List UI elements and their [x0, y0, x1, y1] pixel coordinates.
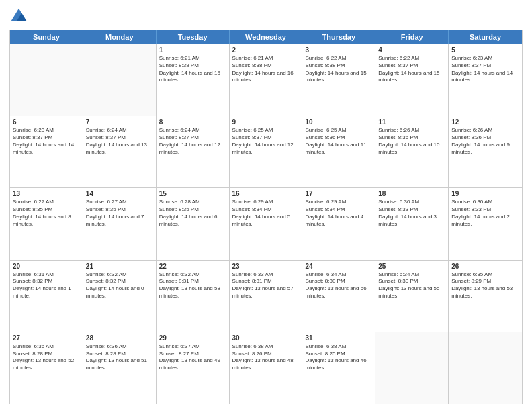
- calendar-cell: 27Sunrise: 6:36 AM Sunset: 8:28 PM Dayli…: [10, 332, 83, 404]
- page: SundayMondayTuesdayWednesdayThursdayFrid…: [0, 0, 532, 411]
- calendar-row-4: 27Sunrise: 6:36 AM Sunset: 8:28 PM Dayli…: [10, 332, 522, 404]
- cell-info: Sunrise: 6:31 AM Sunset: 8:32 PM Dayligh…: [13, 271, 80, 300]
- day-number: 8: [159, 118, 226, 126]
- cell-info: Sunrise: 6:35 AM Sunset: 8:29 PM Dayligh…: [451, 271, 519, 300]
- header-day-thursday: Thursday: [302, 30, 375, 44]
- day-number: 21: [86, 263, 153, 270]
- cell-info: Sunrise: 6:34 AM Sunset: 8:30 PM Dayligh…: [378, 271, 445, 300]
- day-number: 28: [86, 334, 153, 342]
- cell-info: Sunrise: 6:24 AM Sunset: 8:37 PM Dayligh…: [159, 127, 226, 156]
- day-number: 20: [13, 263, 80, 270]
- calendar-cell: 10Sunrise: 6:25 AM Sunset: 8:36 PM Dayli…: [302, 116, 375, 187]
- header-day-sunday: Sunday: [10, 30, 83, 44]
- day-number: 30: [232, 334, 300, 342]
- calendar-row-1: 6Sunrise: 6:23 AM Sunset: 8:37 PM Daylig…: [10, 116, 522, 187]
- day-number: 17: [305, 190, 372, 197]
- calendar: SundayMondayTuesdayWednesdayThursdayFrid…: [9, 30, 523, 404]
- calendar-cell: 30Sunrise: 6:38 AM Sunset: 8:26 PM Dayli…: [230, 332, 303, 404]
- day-number: 12: [451, 118, 519, 126]
- calendar-cell: 8Sunrise: 6:24 AM Sunset: 8:37 PM Daylig…: [157, 116, 230, 187]
- calendar-cell: 15Sunrise: 6:28 AM Sunset: 8:35 PM Dayli…: [157, 188, 230, 259]
- calendar-cell: 28Sunrise: 6:36 AM Sunset: 8:28 PM Dayli…: [83, 332, 157, 404]
- day-number: 7: [86, 118, 153, 126]
- calendar-cell: 11Sunrise: 6:26 AM Sunset: 8:36 PM Dayli…: [375, 116, 449, 187]
- cell-info: Sunrise: 6:23 AM Sunset: 8:37 PM Dayligh…: [451, 55, 519, 84]
- calendar-cell: 13Sunrise: 6:27 AM Sunset: 8:35 PM Dayli…: [10, 188, 83, 259]
- header-day-monday: Monday: [83, 30, 157, 44]
- calendar-cell: 22Sunrise: 6:32 AM Sunset: 8:31 PM Dayli…: [157, 261, 230, 332]
- day-number: 23: [232, 263, 300, 270]
- cell-info: Sunrise: 6:21 AM Sunset: 8:38 PM Dayligh…: [232, 55, 300, 84]
- cell-info: Sunrise: 6:27 AM Sunset: 8:35 PM Dayligh…: [13, 199, 80, 228]
- calendar-cell: 19Sunrise: 6:30 AM Sunset: 8:33 PM Dayli…: [449, 188, 522, 259]
- calendar-cell: 7Sunrise: 6:24 AM Sunset: 8:37 PM Daylig…: [83, 116, 157, 187]
- calendar-row-2: 13Sunrise: 6:27 AM Sunset: 8:35 PM Dayli…: [10, 187, 522, 259]
- calendar-cell: 29Sunrise: 6:37 AM Sunset: 8:27 PM Dayli…: [157, 332, 230, 404]
- day-number: 6: [13, 118, 80, 126]
- cell-info: Sunrise: 6:28 AM Sunset: 8:35 PM Dayligh…: [159, 199, 226, 228]
- logo: [9, 7, 31, 26]
- cell-info: Sunrise: 6:25 AM Sunset: 8:36 PM Dayligh…: [305, 127, 372, 156]
- day-number: 18: [378, 190, 445, 197]
- calendar-cell: 1Sunrise: 6:21 AM Sunset: 8:38 PM Daylig…: [157, 44, 230, 116]
- cell-info: Sunrise: 6:30 AM Sunset: 8:33 PM Dayligh…: [451, 199, 519, 228]
- header-day-wednesday: Wednesday: [230, 30, 303, 44]
- cell-info: Sunrise: 6:36 AM Sunset: 8:28 PM Dayligh…: [86, 343, 153, 372]
- cell-info: Sunrise: 6:34 AM Sunset: 8:30 PM Dayligh…: [305, 271, 372, 300]
- header-day-tuesday: Tuesday: [157, 30, 230, 44]
- cell-info: Sunrise: 6:22 AM Sunset: 8:38 PM Dayligh…: [305, 55, 372, 84]
- day-number: 13: [13, 190, 80, 197]
- day-number: 29: [159, 334, 226, 342]
- cell-info: Sunrise: 6:21 AM Sunset: 8:38 PM Dayligh…: [159, 55, 226, 84]
- day-number: 9: [232, 118, 300, 126]
- day-number: 31: [305, 334, 372, 342]
- day-number: 26: [451, 263, 519, 270]
- cell-info: Sunrise: 6:24 AM Sunset: 8:37 PM Dayligh…: [86, 127, 153, 156]
- cell-info: Sunrise: 6:32 AM Sunset: 8:32 PM Dayligh…: [86, 271, 153, 300]
- calendar-cell: 12Sunrise: 6:26 AM Sunset: 8:36 PM Dayli…: [449, 116, 522, 187]
- cell-info: Sunrise: 6:36 AM Sunset: 8:28 PM Dayligh…: [13, 343, 80, 372]
- day-number: 27: [13, 334, 80, 342]
- calendar-row-3: 20Sunrise: 6:31 AM Sunset: 8:32 PM Dayli…: [10, 260, 522, 332]
- day-number: 2: [232, 46, 300, 54]
- cell-info: Sunrise: 6:29 AM Sunset: 8:34 PM Dayligh…: [305, 199, 372, 228]
- cell-info: Sunrise: 6:33 AM Sunset: 8:31 PM Dayligh…: [232, 271, 300, 300]
- cell-info: Sunrise: 6:37 AM Sunset: 8:27 PM Dayligh…: [159, 343, 226, 372]
- cell-info: Sunrise: 6:38 AM Sunset: 8:25 PM Dayligh…: [305, 343, 372, 372]
- calendar-cell: 20Sunrise: 6:31 AM Sunset: 8:32 PM Dayli…: [10, 261, 83, 332]
- calendar-cell: 23Sunrise: 6:33 AM Sunset: 8:31 PM Dayli…: [230, 261, 303, 332]
- day-number: 4: [378, 46, 445, 54]
- calendar-cell: 9Sunrise: 6:25 AM Sunset: 8:37 PM Daylig…: [230, 116, 303, 187]
- calendar-cell: 3Sunrise: 6:22 AM Sunset: 8:38 PM Daylig…: [302, 44, 375, 116]
- calendar-cell: [83, 44, 157, 116]
- cell-info: Sunrise: 6:29 AM Sunset: 8:34 PM Dayligh…: [232, 199, 300, 228]
- cell-info: Sunrise: 6:38 AM Sunset: 8:26 PM Dayligh…: [232, 343, 300, 372]
- calendar-cell: 16Sunrise: 6:29 AM Sunset: 8:34 PM Dayli…: [230, 188, 303, 259]
- day-number: 24: [305, 263, 372, 270]
- day-number: 5: [451, 46, 519, 54]
- day-number: 10: [305, 118, 372, 126]
- day-number: 19: [451, 190, 519, 197]
- calendar-cell: 5Sunrise: 6:23 AM Sunset: 8:37 PM Daylig…: [449, 44, 522, 116]
- day-number: 3: [305, 46, 372, 54]
- cell-info: Sunrise: 6:25 AM Sunset: 8:37 PM Dayligh…: [232, 127, 300, 156]
- logo-icon: [9, 7, 28, 26]
- calendar-cell: 14Sunrise: 6:27 AM Sunset: 8:35 PM Dayli…: [83, 188, 157, 259]
- calendar-cell: 17Sunrise: 6:29 AM Sunset: 8:34 PM Dayli…: [302, 188, 375, 259]
- calendar-header: SundayMondayTuesdayWednesdayThursdayFrid…: [10, 30, 522, 44]
- header-day-friday: Friday: [375, 30, 449, 44]
- calendar-cell: 24Sunrise: 6:34 AM Sunset: 8:30 PM Dayli…: [302, 261, 375, 332]
- calendar-cell: [10, 44, 83, 116]
- day-number: 15: [159, 190, 226, 197]
- calendar-cell: 6Sunrise: 6:23 AM Sunset: 8:37 PM Daylig…: [10, 116, 83, 187]
- cell-info: Sunrise: 6:26 AM Sunset: 8:36 PM Dayligh…: [451, 127, 519, 156]
- day-number: 22: [159, 263, 226, 270]
- calendar-row-0: 1Sunrise: 6:21 AM Sunset: 8:38 PM Daylig…: [10, 44, 522, 116]
- calendar-cell: 4Sunrise: 6:22 AM Sunset: 8:37 PM Daylig…: [375, 44, 449, 116]
- cell-info: Sunrise: 6:22 AM Sunset: 8:37 PM Dayligh…: [378, 55, 445, 84]
- cell-info: Sunrise: 6:23 AM Sunset: 8:37 PM Dayligh…: [13, 127, 80, 156]
- header: [9, 7, 523, 26]
- calendar-cell: 2Sunrise: 6:21 AM Sunset: 8:38 PM Daylig…: [230, 44, 303, 116]
- cell-info: Sunrise: 6:26 AM Sunset: 8:36 PM Dayligh…: [378, 127, 445, 156]
- calendar-cell: [449, 332, 522, 404]
